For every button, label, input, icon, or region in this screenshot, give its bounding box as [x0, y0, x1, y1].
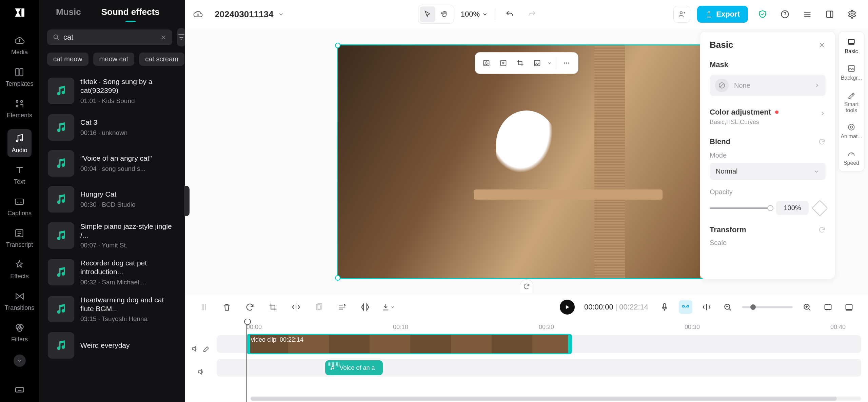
delete-button[interactable] — [220, 300, 234, 314]
chip[interactable]: meow cat — [93, 53, 135, 66]
mask-selector[interactable]: None — [710, 75, 826, 96]
search-clear-icon[interactable] — [160, 34, 167, 41]
suggestion-chips: cat meow meow cat cat scream — [39, 53, 185, 69]
tracks-area[interactable]: 00:00 00:10 00:20 00:30 00:40 video clip… — [217, 319, 868, 402]
result-item[interactable]: Weird everyday — [46, 327, 178, 363]
retouch-tool-icon[interactable] — [495, 55, 511, 71]
mic-button[interactable] — [658, 300, 671, 314]
result-item[interactable]: Recorder dog cat pet introduction...00:3… — [46, 254, 178, 291]
timeline-zoom-slider[interactable] — [742, 306, 793, 308]
snap-button[interactable] — [700, 300, 713, 314]
settings-icon[interactable] — [844, 6, 860, 22]
nav-effects[interactable]: Effects — [10, 259, 29, 280]
time-ruler[interactable]: 00:00 00:10 00:20 00:30 00:40 — [217, 319, 868, 333]
preview-refresh-icon[interactable] — [520, 279, 533, 293]
mirror-button[interactable] — [289, 300, 303, 314]
duplicate-button[interactable] — [312, 300, 326, 314]
audio-tab-music[interactable]: Music — [56, 7, 81, 22]
preview-canvas[interactable] — [337, 44, 716, 279]
share-collab-button[interactable] — [673, 6, 690, 23]
rtab-animation[interactable]: Animat... — [839, 121, 864, 141]
hand-tool[interactable] — [437, 6, 452, 22]
rtab-basic[interactable]: Basic — [839, 36, 864, 56]
rtab-smart-tools[interactable]: Smart tools — [839, 88, 864, 115]
undo-button[interactable] — [502, 6, 517, 22]
zoom-in-button[interactable] — [800, 300, 814, 314]
mute-track-icon[interactable] — [197, 368, 205, 376]
magnetic-button[interactable] — [679, 300, 692, 314]
search-box[interactable] — [47, 29, 172, 45]
video-clip[interactable]: video clip 00:22:14 — [246, 334, 572, 354]
crop-button[interactable] — [266, 300, 280, 314]
nav-text[interactable]: Text — [14, 164, 26, 185]
panel-collapse-handle[interactable] — [184, 186, 190, 216]
resize-handle[interactable] — [335, 275, 340, 281]
cloud-sync-icon[interactable] — [193, 9, 203, 19]
result-item[interactable]: "Voice of an angry cat"00:04 · song soun… — [46, 145, 178, 181]
nav-captions[interactable]: Captions — [7, 196, 32, 217]
nav-transcript[interactable]: Transcript — [6, 227, 33, 248]
video-track[interactable]: video clip 00:22:14 — [217, 333, 868, 356]
close-icon[interactable] — [818, 41, 826, 49]
layout-toggle-icon[interactable] — [822, 6, 837, 22]
redo-button[interactable] — [524, 6, 540, 22]
opacity-slider[interactable] — [710, 207, 771, 209]
export-button[interactable]: Export — [697, 6, 748, 23]
blend-mode-select[interactable]: Normal — [710, 163, 826, 180]
opacity-value[interactable]: 100% — [776, 201, 809, 215]
reverse-button[interactable] — [358, 300, 372, 314]
rotate-button[interactable] — [243, 300, 257, 314]
edit-track-icon[interactable] — [202, 345, 211, 353]
playhead[interactable] — [246, 319, 247, 402]
keyframe-button[interactable] — [812, 200, 828, 216]
rtab-background[interactable]: Backgr... — [839, 62, 864, 82]
nav-filters[interactable]: Filters — [11, 322, 28, 343]
nav-elements[interactable]: Elements — [7, 98, 32, 119]
result-item[interactable]: Heartwarming dog and cat flute BGM...03:… — [46, 291, 178, 328]
reset-icon[interactable] — [818, 226, 826, 234]
help-icon[interactable] — [777, 6, 793, 22]
chip[interactable]: cat meow — [47, 53, 88, 66]
nav-transitions[interactable]: Transitions — [5, 290, 34, 311]
shield-check-icon[interactable] — [755, 6, 770, 22]
replace-tool-icon[interactable] — [529, 55, 545, 71]
layers-icon[interactable] — [800, 6, 815, 22]
result-item[interactable]: Cat 300:16 · unknown — [46, 109, 178, 145]
project-name-dropdown[interactable]: 202403011134 — [215, 9, 284, 20]
result-item[interactable]: Simple piano jazz-style jingle /...00:07… — [46, 217, 178, 254]
mute-track-icon[interactable] — [191, 345, 199, 353]
split-button[interactable] — [197, 300, 211, 314]
audio-clip[interactable]: "Voice of an a — [325, 360, 383, 375]
app-logo[interactable] — [11, 4, 28, 21]
auto-adjust-button[interactable] — [335, 300, 349, 314]
nav-media[interactable]: Media — [11, 35, 28, 56]
crop-tool-icon[interactable] — [512, 55, 528, 71]
more-tools-icon[interactable] — [559, 55, 574, 71]
chip[interactable]: cat scream — [139, 53, 184, 66]
zoom-select[interactable]: 100% — [461, 10, 488, 19]
expand-timeline-button[interactable] — [842, 300, 856, 314]
fit-zoom-button[interactable] — [821, 300, 835, 314]
reset-icon[interactable] — [818, 138, 826, 145]
nav-templates[interactable]: Templates — [5, 66, 33, 87]
resize-handle[interactable] — [335, 43, 340, 48]
audio-track[interactable]: "Voice of an a — [217, 356, 868, 379]
color-adjustment-row[interactable]: Color adjustment Basic,HSL,Curves — [710, 108, 826, 126]
replace-caret-icon[interactable] — [546, 55, 553, 71]
ruler-tick: 00:40 — [830, 324, 846, 331]
cursor-tool-group — [418, 5, 454, 24]
nav-audio[interactable]: Audio — [7, 129, 31, 157]
download-button[interactable] — [381, 300, 395, 314]
result-item[interactable]: tiktok · Song sung by a cat(932399)01:01… — [46, 73, 178, 109]
timeline-scrollbar[interactable] — [251, 397, 861, 401]
keyboard-shortcuts-icon[interactable] — [14, 384, 25, 395]
audio-tab-sound-effects[interactable]: Sound effects — [101, 7, 160, 22]
nav-more[interactable] — [14, 355, 26, 367]
rtab-speed[interactable]: Speed — [839, 147, 864, 167]
zoom-out-button[interactable] — [721, 300, 734, 314]
cutout-tool-icon[interactable] — [478, 55, 494, 71]
result-item[interactable]: Hungry Cat00:30 · BCD Studio — [46, 181, 178, 217]
select-tool[interactable] — [420, 6, 435, 22]
play-button[interactable] — [560, 300, 575, 315]
search-input[interactable] — [63, 33, 157, 42]
